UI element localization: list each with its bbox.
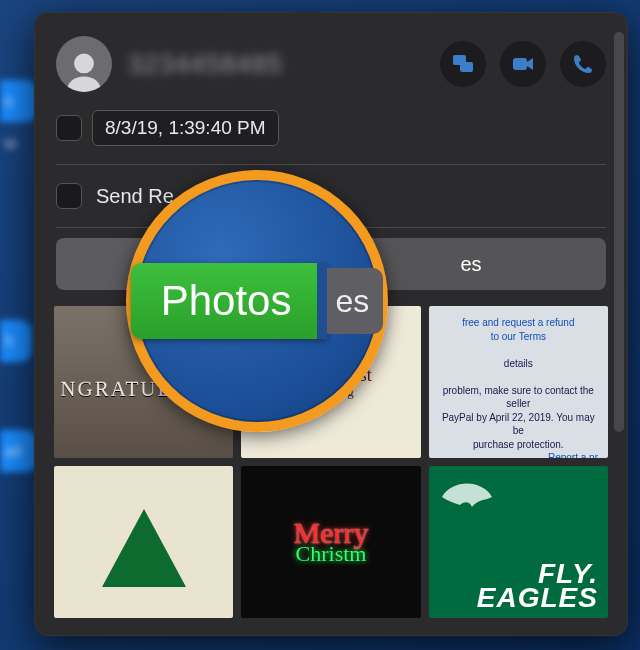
timestamp-field[interactable]: 8/3/19, 1:39:40 PM	[92, 110, 279, 146]
photo-thumbnail[interactable]: FLY. EAGLES	[429, 466, 608, 618]
photo-thumbnail[interactable]: Merry Christm	[241, 466, 420, 618]
svg-point-0	[74, 54, 94, 74]
send-read-label: Send Re	[96, 185, 174, 208]
chat-bubble-fragment: o w	[0, 80, 38, 122]
svg-rect-3	[513, 58, 527, 70]
avatar	[56, 36, 112, 92]
contact-name: 3234458485	[128, 49, 426, 80]
facetime-audio-button[interactable]	[560, 41, 606, 87]
do-not-disturb-row: 8/3/19, 1:39:40 PM	[34, 102, 628, 154]
phone-icon	[571, 52, 595, 76]
facetime-video-button[interactable]	[500, 41, 546, 87]
screenshare-icon	[451, 52, 475, 76]
popover-header: 3234458485	[34, 12, 628, 102]
annotation-magnifier: Photos es	[126, 170, 388, 432]
thumbnail-text: free and request a refund to our Terms d…	[439, 316, 598, 458]
other-tab-magnified-fragment: es	[327, 268, 383, 334]
checkbox[interactable]	[56, 183, 82, 209]
chat-bubble-fragment: ali	[0, 430, 38, 472]
chat-bubble-fragment: h	[0, 320, 32, 362]
checkbox[interactable]	[56, 115, 82, 141]
background: o w h ali 3234458485	[0, 0, 640, 650]
photo-thumbnail[interactable]: free and request a refund to our Terms d…	[429, 306, 608, 458]
thumbnail-art	[102, 509, 186, 587]
photo-thumbnail[interactable]	[54, 466, 233, 618]
photos-tab-magnified: Photos	[131, 263, 328, 339]
eagle-icon	[437, 472, 497, 522]
screenshare-button[interactable]	[440, 41, 486, 87]
thumbnail-text: FLY. EAGLES	[477, 562, 598, 610]
thumbnail-text: Merry Christm	[294, 520, 369, 564]
video-camera-icon	[511, 52, 535, 76]
scrollbar[interactable]	[614, 32, 624, 432]
svg-rect-2	[460, 62, 473, 72]
divider	[56, 164, 606, 165]
person-silhouette-icon	[62, 48, 106, 92]
